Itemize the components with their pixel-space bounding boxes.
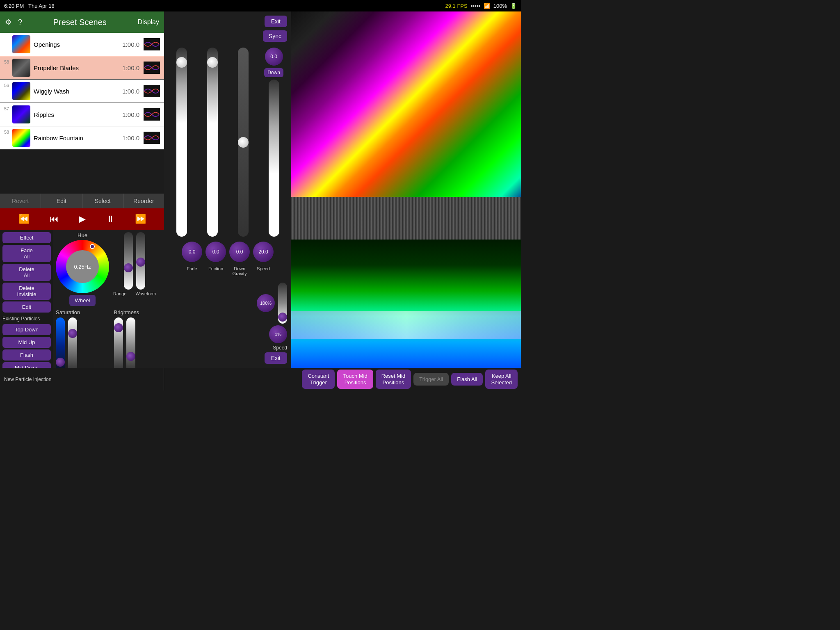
friction-value: 0.0 [212, 249, 219, 255]
status-right: 29.1 FPS ▪▪▪▪▪ 📶 100% 🔋 [445, 3, 517, 9]
friction-label: Friction [205, 266, 226, 276]
hue-range-label: Range [113, 291, 126, 296]
scene-thumbnail [12, 35, 30, 53]
flash-all-button[interactable]: Flash All [451, 373, 483, 386]
scene-list: Openings 1:00.0 58 Propeller Blades 1:00… [0, 33, 164, 194]
select-button[interactable]: Select [82, 194, 123, 208]
left-panel: ⚙ ? Preset Scenes Display Openings 1:00.… [0, 11, 164, 390]
bottom-action-buttons: ConstantTrigger Touch MidPositions Reset… [164, 368, 521, 390]
status-day: Thu Apr 18 [28, 3, 55, 9]
scene-thumbnail [12, 105, 30, 123]
exit-button[interactable]: Exit [265, 16, 287, 27]
forward-button[interactable]: ⏩ [135, 214, 146, 224]
display-button[interactable]: Display [138, 18, 159, 26]
friction-knob[interactable]: 0.0 [205, 242, 226, 262]
scene-item[interactable]: Openings 1:00.0 [0, 33, 164, 56]
wifi-icon: ▪▪▪▪▪ [471, 3, 480, 9]
edit-button[interactable]: Edit [41, 194, 82, 208]
hue-wheel[interactable]: 0.25Hz [56, 240, 109, 293]
toolbar: Revert Edit Select Reorder [0, 194, 164, 208]
scene-item[interactable]: 56 Wiggly Wash 1:00.0 [0, 80, 164, 103]
speed-value: 20.0 [258, 249, 268, 255]
keep-all-selected-button[interactable]: Keep AllSelected [485, 370, 518, 389]
scene-item[interactable]: 58 Propeller Blades 1:00.0 [0, 56, 164, 80]
scene-name: Propeller Blades [34, 64, 122, 71]
scene-thumbnail [12, 129, 30, 147]
edit-button-2[interactable]: Edit [2, 301, 51, 313]
hue-freq-value: 0.25Hz [74, 264, 91, 270]
status-bar: 6:20 PM Thu Apr 18 29.1 FPS ▪▪▪▪▪ 📶 100%… [0, 0, 521, 11]
rewind-button[interactable]: ⏪ [18, 214, 30, 224]
prev-button[interactable]: ⏮ [50, 214, 59, 224]
scene-number: 58 [4, 129, 12, 135]
existing-particles-label: Existing Particles [2, 314, 51, 322]
speed-label: Speed [253, 266, 274, 276]
down-gravity-label: DownGravity [229, 266, 250, 276]
scene-thumbnail [12, 82, 30, 100]
hue-waveform-label: Waveform [135, 291, 156, 296]
brightness-label: Brightness [114, 309, 139, 315]
scene-name: Ripples [34, 111, 122, 118]
help-icon[interactable]: ? [18, 18, 22, 27]
hue-section: Hue 0.25Hz Wheel [56, 232, 109, 306]
scene-name: Openings [34, 41, 122, 48]
constant-trigger-button[interactable]: ConstantTrigger [302, 370, 335, 389]
new-injection-text: New Particle Injection [4, 377, 51, 382]
main-sliders-panel: Exit Sync 0.0 Down [164, 11, 291, 368]
fps-display: 29.1 FPS [445, 3, 468, 9]
pct1-knob[interactable]: 1% [269, 325, 287, 343]
status-time: 6:20 PM [4, 3, 24, 9]
scene-number: 56 [4, 82, 12, 88]
sync-button[interactable]: Sync [263, 30, 287, 42]
touch-mid-positions-button[interactable]: Touch MidPositions [337, 370, 373, 389]
play-button[interactable]: ▶ [79, 214, 86, 224]
scene-name: Rainbow Fountain [34, 135, 122, 142]
scene-wave-icon [144, 108, 160, 121]
flash-button[interactable]: Flash [2, 349, 51, 361]
scene-duration: 1:00.0 [122, 111, 139, 118]
pct1-value: 1% [275, 332, 281, 337]
status-time-date: 6:20 PM Thu Apr 18 [4, 3, 55, 9]
top-value-knob[interactable]: 0.0 [265, 48, 283, 66]
hue-label: Hue [78, 232, 87, 238]
new-injection-label: New Particle Injection [0, 368, 164, 390]
effect-button[interactable]: Effect [2, 232, 51, 243]
down-gravity-knob[interactable]: 0.0 [229, 242, 250, 262]
left-controls: Effect FadeAll DeleteAll DeleteInvisible… [0, 230, 53, 390]
top-down-button[interactable]: Top Down [2, 324, 51, 335]
scene-item[interactable]: 58 Rainbow Fountain 1:00.0 [0, 126, 164, 150]
speed-text-label: Speed [273, 345, 287, 351]
transport-bar: ⏪ ⏮ ▶ ⏸ ⏩ [0, 208, 164, 230]
fade-all-button[interactable]: FadeAll [2, 245, 51, 262]
wifi-label: 📶 [484, 3, 490, 9]
scene-wave-icon [144, 85, 160, 97]
revert-button[interactable]: Revert [0, 194, 41, 208]
visualization-panel [291, 11, 521, 368]
fade-label: Fade [182, 266, 202, 276]
battery-icon: 🔋 [510, 3, 517, 9]
reset-mid-positions-button[interactable]: Reset MidPositions [376, 370, 411, 389]
settings-icon[interactable]: ⚙ [5, 18, 11, 27]
wheel-button[interactable]: Wheel [69, 295, 96, 306]
fade-knob[interactable]: 0.0 [182, 242, 202, 262]
pct100-knob[interactable]: 100% [257, 294, 275, 312]
scene-item[interactable]: 57 Ripples 1:00.0 [0, 103, 164, 126]
saturation-label: Saturation [56, 309, 80, 315]
trigger-all-button[interactable]: Trigger All [413, 373, 449, 386]
speed-knob[interactable]: 20.0 [253, 242, 274, 262]
delete-all-button[interactable]: DeleteAll [2, 264, 51, 281]
down-button[interactable]: Down [264, 68, 283, 77]
scene-thumbnail [12, 59, 30, 77]
hue-frequency-knob[interactable]: 0.25Hz [66, 250, 99, 283]
top-value: 0.0 [270, 54, 277, 59]
scene-duration: 1:00.0 [122, 88, 139, 95]
delete-invisible-button[interactable]: DeleteInvisible [2, 283, 51, 300]
battery-label: 100% [493, 3, 507, 9]
reorder-button[interactable]: Reorder [123, 194, 164, 208]
scene-number [4, 35, 12, 36]
mid-up-button[interactable]: Mid Up [2, 337, 51, 348]
pause-button[interactable]: ⏸ [106, 214, 115, 224]
exit-button-2[interactable]: Exit [265, 352, 287, 364]
scene-duration: 1:00.0 [122, 41, 139, 48]
scene-wave-icon [144, 132, 160, 144]
